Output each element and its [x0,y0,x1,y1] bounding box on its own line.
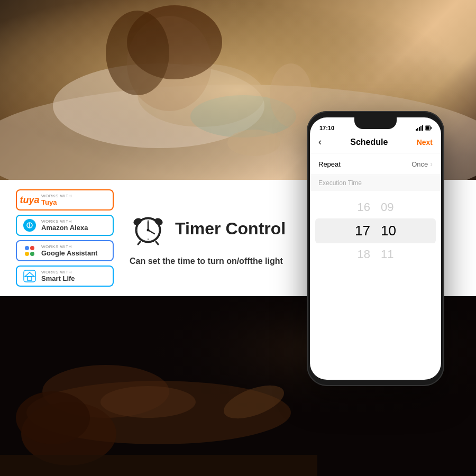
svg-rect-31 [420,126,422,131]
google-works-with: WORKS WITH [41,244,97,249]
alexa-text: WORKS WITH Amazon Alexa [41,219,88,232]
phone-minute-2: 10 [381,223,396,239]
svg-point-9 [270,63,312,127]
middle-section: tuya WORKS WITH Tuya [0,180,476,296]
phone-time-row-2: 17 10 [315,218,436,243]
phone-repeat-row: Repeat Once › [310,153,441,175]
svg-rect-30 [419,127,420,131]
svg-rect-35 [426,126,429,130]
svg-rect-14 [28,277,32,280]
tuya-icon: tuya [22,193,37,207]
svg-rect-32 [422,125,423,131]
feature-description: Can set the time to turn on/offthe light [130,257,283,266]
alexa-icon [22,218,37,233]
phone-next-button[interactable]: Next [417,138,433,147]
svg-line-22 [138,242,140,244]
svg-point-21 [147,229,150,232]
phone-status-time: 17:10 [319,125,334,131]
phone-mockup: 17:10 [307,111,444,386]
phone-hour-3: 18 [358,248,370,261]
svg-rect-44 [0,455,317,476]
feature-title-row: Timer Control [130,210,286,247]
battery-icon [425,125,432,131]
phone-status-icons [416,125,432,131]
phone-time-highlight: 17 10 [315,218,436,243]
svg-rect-29 [417,128,418,131]
phone-minute-3: 11 [381,248,393,261]
phone-hour-1: 16 [358,200,370,214]
smartlife-brand-name: Smart Life [41,274,75,282]
phone-header: ‹ Schedule Next [310,133,441,153]
phone-repeat-chevron: › [430,160,433,168]
google-dot-red [30,246,34,250]
smartlife-works-with: WORKS WITH [41,270,75,274]
svg-line-23 [156,242,158,244]
google-dot-yellow [25,252,29,256]
tuya-brand-name: Tuya [41,198,72,206]
phone-minute-1: 09 [381,200,393,214]
svg-point-8 [227,130,280,156]
phone-time-picker[interactable]: 16 09 17 10 18 11 [310,191,441,271]
alarm-clock-icon [130,210,167,247]
svg-rect-34 [431,127,432,129]
svg-rect-28 [416,129,417,131]
phone-hour-2: 17 [355,223,370,239]
phone-notch [354,117,397,129]
alexa-works-with: WORKS WITH [41,219,88,224]
google-badge: WORKS WITH Google Assistant [16,240,114,261]
feature-title-text: Timer Control [175,219,286,239]
phone-time-row-1: 16 09 [310,196,441,218]
phone-screen: 17:10 [310,117,441,380]
google-brand-name: Google Assistant [41,249,97,257]
smartlife-icon [22,269,37,283]
smartlife-house-icon [23,269,36,283]
tuya-works-with: WORKS WITH [41,194,72,198]
google-icon [22,243,37,258]
phone-screen-title: Schedule [350,138,388,147]
phone-execution-label: Execution Time [310,175,441,191]
phone-repeat-label: Repeat [318,160,341,168]
badges-column: tuya WORKS WITH Tuya [16,189,114,287]
phone-back-arrow[interactable]: ‹ [318,136,322,148]
smartlife-badge: WORKS WITH Smart Life [16,266,114,287]
google-dot-green [30,252,34,256]
phone-repeat-value: Once [411,160,428,168]
google-text: WORKS WITH Google Assistant [41,244,97,257]
main-container: tuya WORKS WITH Tuya [0,0,476,476]
svg-marker-13 [25,272,34,277]
phone-repeat-value-container: Once › [411,160,433,168]
tuya-text: WORKS WITH Tuya [41,194,72,206]
alexa-badge: WORKS WITH Amazon Alexa [16,215,114,236]
google-dot-blue [25,246,29,250]
signal-icon [416,125,423,131]
alexa-ring-icon [26,222,33,229]
phone-time-row-3: 18 11 [310,243,441,266]
tuya-badge: tuya WORKS WITH Tuya [16,189,114,210]
alexa-brand-name: Amazon Alexa [41,224,88,232]
smartlife-text: WORKS WITH Smart Life [41,270,75,282]
